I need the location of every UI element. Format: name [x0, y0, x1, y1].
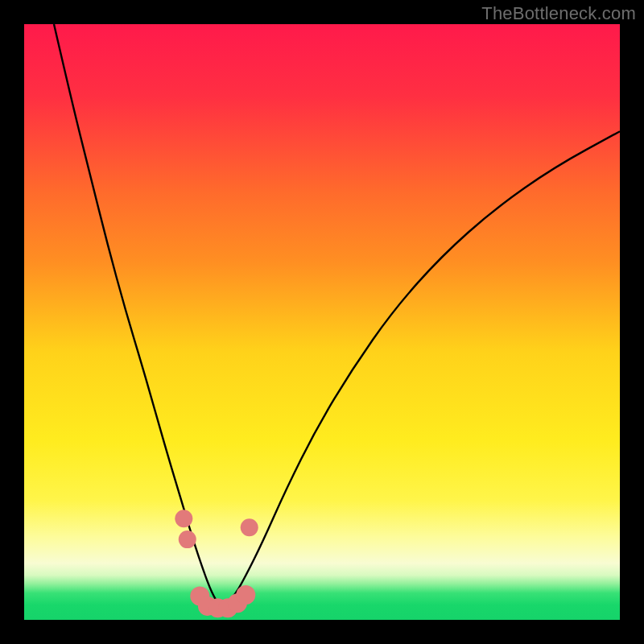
data-marker	[175, 510, 192, 527]
plot-svg	[24, 24, 620, 620]
data-marker	[236, 585, 255, 605]
chart-container: TheBottleneck.com	[0, 0, 644, 644]
watermark-text: TheBottleneck.com	[481, 3, 636, 24]
data-marker	[241, 518, 258, 536]
gradient-background	[24, 24, 620, 620]
bottleneck-plot	[24, 24, 620, 620]
data-marker	[179, 530, 196, 548]
